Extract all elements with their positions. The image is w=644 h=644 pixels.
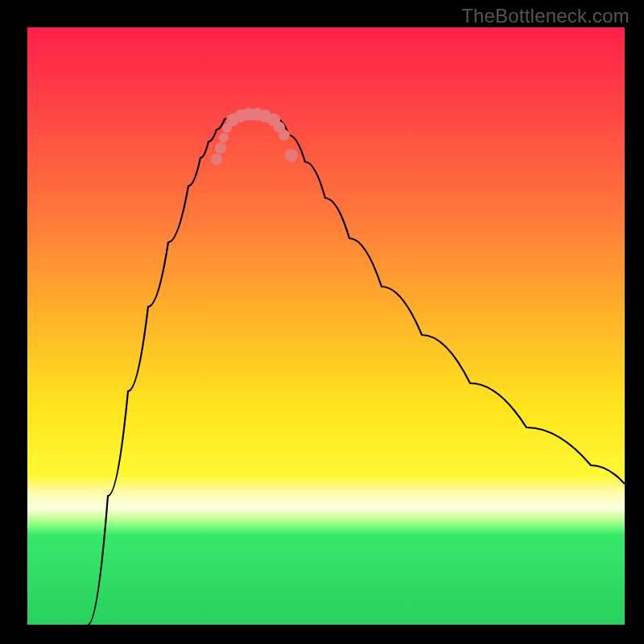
marker-cluster [211,108,298,165]
data-marker [285,149,298,162]
data-marker [219,133,229,142]
curve-right-branch [269,114,625,484]
data-marker [215,142,226,154]
data-marker [279,130,290,141]
outer-frame: TheBottleneck.com [0,0,644,644]
watermark-text: TheBottleneck.com [461,5,630,27]
plot-area [27,27,625,625]
chart-overlay [27,27,625,625]
curve-left-branch [88,114,230,625]
data-marker [211,154,222,165]
